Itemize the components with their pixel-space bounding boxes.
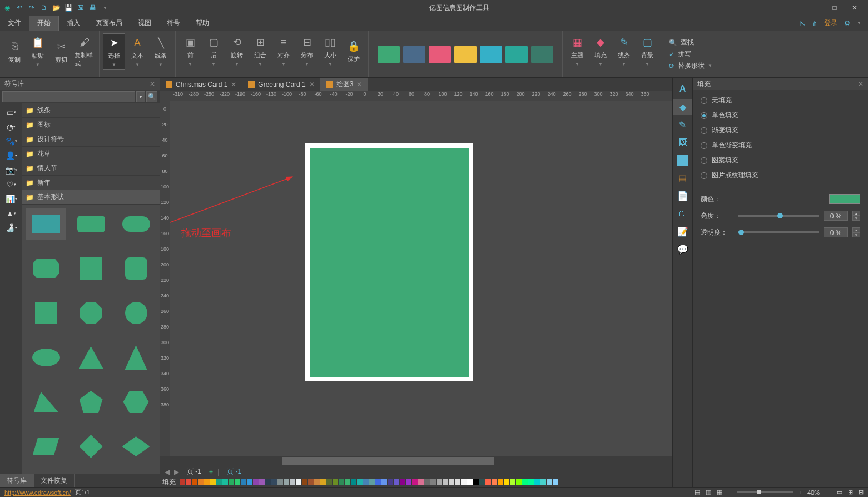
color-swatch[interactable] xyxy=(314,479,320,485)
fit-width-icon[interactable]: ▭ xyxy=(837,489,842,496)
tab-symbol-library[interactable]: 符号库 xyxy=(0,474,34,487)
color-swatch[interactable] xyxy=(449,479,454,485)
horizontal-scrollbar[interactable] xyxy=(160,456,672,466)
color-swatch[interactable] xyxy=(430,479,436,485)
minimize-button[interactable]: — xyxy=(808,4,821,12)
color-swatch[interactable] xyxy=(357,479,363,485)
color-swatch[interactable] xyxy=(510,479,515,485)
menu-insert[interactable]: 插入 xyxy=(59,16,88,31)
color-swatch[interactable] xyxy=(277,479,283,485)
color-swatch[interactable] xyxy=(375,479,381,485)
color-swatch[interactable] xyxy=(351,479,356,485)
background-button[interactable]: ▢背景▼ xyxy=(636,33,658,69)
category-row[interactable]: 📁图标 xyxy=(22,118,160,132)
page-tab-link[interactable]: 页 -1 xyxy=(224,467,245,476)
category-row[interactable]: 📁设计符号 xyxy=(22,132,160,147)
share-icon[interactable]: ⋔ xyxy=(812,19,817,27)
shape-square2[interactable] xyxy=(26,297,66,329)
category-row[interactable]: 📁情人节 xyxy=(22,161,160,176)
save-icon[interactable]: 💾 xyxy=(63,3,73,13)
category-row[interactable]: 📁花草 xyxy=(22,147,160,161)
protect-button[interactable]: 🔒保护 xyxy=(343,33,365,69)
settings-dropdown-icon[interactable]: ▼ xyxy=(857,21,861,26)
size-button[interactable]: ▯▯大小▼ xyxy=(319,33,341,69)
copy-button[interactable]: ⎘复制 xyxy=(3,33,26,70)
color-swatch[interactable] xyxy=(412,479,418,485)
tab-close-icon[interactable]: ✕ xyxy=(231,81,236,88)
color-swatch[interactable] xyxy=(186,479,191,485)
cut-button[interactable]: ✂剪切 xyxy=(50,33,72,70)
shape-parallelogram[interactable] xyxy=(26,430,66,463)
view-mode-1-icon[interactable]: ▤ xyxy=(695,489,700,496)
color-swatch[interactable] xyxy=(424,479,430,485)
menu-file[interactable]: 文件 xyxy=(0,16,29,31)
color-swatch[interactable] xyxy=(394,479,399,485)
color-swatch[interactable] xyxy=(247,479,252,485)
opacity-value[interactable]: 0 % xyxy=(824,227,848,237)
color-swatch[interactable] xyxy=(498,479,503,485)
canvas[interactable]: 拖动至画布 xyxy=(170,101,672,456)
redo-icon[interactable]: ↷ xyxy=(27,3,37,13)
spin-up-icon[interactable]: ▴ xyxy=(852,211,860,216)
open-icon[interactable]: 📂 xyxy=(51,3,61,13)
theme-button[interactable]: ▦主题▼ xyxy=(566,33,588,69)
color-swatch[interactable] xyxy=(345,479,350,485)
color-swatch[interactable] xyxy=(547,479,552,485)
right-panel-close-icon[interactable]: ✕ xyxy=(858,80,864,88)
distribute-button[interactable]: ⊟分布▼ xyxy=(296,33,318,69)
zoom-value[interactable]: 40% xyxy=(807,489,820,496)
color-swatch[interactable] xyxy=(467,479,473,485)
color-swatch[interactable] xyxy=(241,479,246,485)
fill-option-none[interactable]: 无填充 xyxy=(701,96,860,105)
shape-diamond[interactable] xyxy=(71,430,111,463)
find-button[interactable]: 🔍查找 xyxy=(669,38,712,47)
shape-pentagon[interactable] xyxy=(71,386,111,418)
swatch-1[interactable] xyxy=(378,46,400,63)
view-mode-3-icon[interactable]: ▦ xyxy=(717,489,722,496)
shape-octagon[interactable] xyxy=(71,297,111,329)
bring-front-button[interactable]: ▣前▼ xyxy=(179,33,201,69)
prop-doc-icon[interactable]: 📄 xyxy=(673,188,692,203)
color-swatch[interactable] xyxy=(388,479,393,485)
grid-icon[interactable]: ⊟ xyxy=(859,489,864,496)
prop-comment-icon[interactable]: 💬 xyxy=(673,241,692,257)
new-doc-icon[interactable]: 🗋 xyxy=(39,3,49,13)
search-button[interactable]: 🔍 xyxy=(146,91,157,102)
fill-option-picture[interactable]: 图片或纹理填充 xyxy=(701,171,860,180)
menu-help[interactable]: 帮助 xyxy=(188,16,217,31)
prop-page-icon[interactable]: ▤ xyxy=(673,170,692,186)
cat-icon-chart[interactable]: 📊▾ xyxy=(0,192,22,206)
color-swatch[interactable] xyxy=(406,479,411,485)
cat-icon-triangle[interactable]: ▲▾ xyxy=(0,207,22,220)
color-picker[interactable] xyxy=(829,194,860,204)
shape-rounded-rect[interactable] xyxy=(71,208,111,240)
category-row[interactable]: 📁基本形状 xyxy=(22,190,160,205)
color-swatch[interactable] xyxy=(437,479,442,485)
doc-tab[interactable]: Christmas Card 1✕ xyxy=(160,78,242,91)
view-mode-2-icon[interactable]: ▥ xyxy=(706,489,711,496)
paste-button[interactable]: 📋粘贴▼ xyxy=(27,33,49,70)
shape-diamond-wide[interactable] xyxy=(116,430,156,463)
panel-close-icon[interactable]: ✕ xyxy=(150,80,155,88)
color-swatch[interactable] xyxy=(180,479,185,485)
menu-page-layout[interactable]: 页面布局 xyxy=(88,16,130,31)
prop-line-icon[interactable]: ✎ xyxy=(673,117,692,132)
color-swatch[interactable] xyxy=(455,479,460,485)
swatch-5[interactable] xyxy=(480,46,502,63)
cat-icon-pie[interactable]: ◔▾ xyxy=(0,120,22,133)
swatch-6[interactable] xyxy=(505,46,528,63)
color-swatch[interactable] xyxy=(210,479,216,485)
doc-tab[interactable]: 绘图3✕ xyxy=(321,78,369,91)
line-style-button[interactable]: ✎线条▼ xyxy=(613,33,635,69)
select-tool[interactable]: ➤选择▼ xyxy=(103,33,125,70)
spin-up-icon[interactable]: ▴ xyxy=(852,227,860,232)
color-swatch[interactable] xyxy=(320,479,326,485)
color-swatch[interactable] xyxy=(528,479,534,485)
shape-triangle2[interactable] xyxy=(116,341,156,374)
prop-color-icon[interactable] xyxy=(677,155,688,166)
tab-file-recovery[interactable]: 文件恢复 xyxy=(34,474,75,487)
zoom-in-icon[interactable]: + xyxy=(798,489,802,496)
color-swatch[interactable] xyxy=(522,479,528,485)
prop-layer-icon[interactable]: 🗂 xyxy=(673,206,692,221)
login-link[interactable]: 登录 xyxy=(824,18,837,28)
